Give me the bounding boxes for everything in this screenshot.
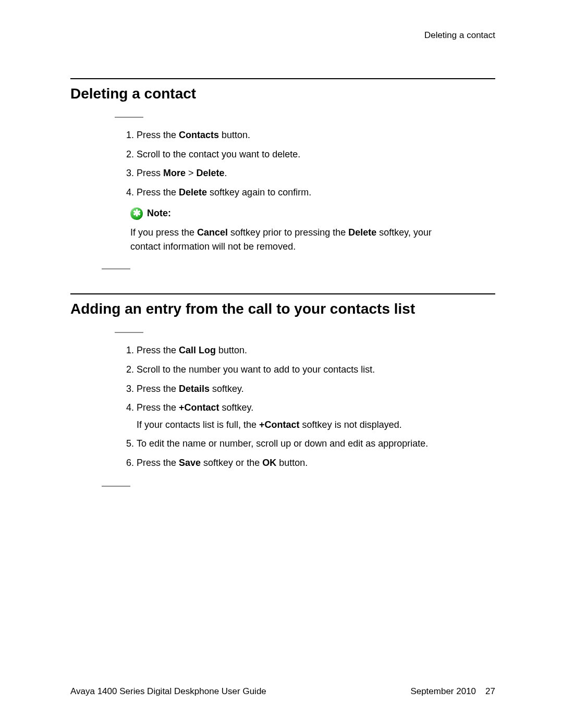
note-asterisk-icon: ✱	[130, 207, 143, 220]
step-item: Press the Call Log button.	[137, 342, 495, 359]
step-bold: Contacts	[179, 130, 219, 140]
note-label: Note:	[147, 206, 171, 220]
step-text: To edit the name or number, scroll up or…	[137, 438, 428, 449]
steps-start-rule	[115, 332, 143, 333]
steps-end-rule	[102, 268, 130, 269]
steps-start-rule-wrap	[70, 332, 495, 333]
step-item: Press the Contacts button.	[137, 127, 495, 143]
step-item: Press More > Delete.	[137, 165, 495, 181]
step-item: Press the Details softkey.	[137, 381, 495, 397]
steps-list-adding-entry: Press the Call Log button. Scroll to the…	[115, 342, 495, 471]
section-divider	[70, 78, 495, 79]
footer-date: September 2010	[410, 686, 476, 697]
steps-end-rule-wrap	[70, 268, 495, 269]
step-text: button.	[276, 458, 308, 468]
step-item: Press the +Contact softkey. If your cont…	[137, 400, 495, 433]
step-bold: Call Log	[179, 345, 216, 355]
step-bold: Save	[179, 458, 201, 468]
running-header: Deleting a contact	[424, 30, 495, 41]
note-bold: Delete	[348, 227, 376, 238]
step-text: button.	[216, 345, 247, 355]
step-text: Press the	[137, 384, 179, 394]
footer-doc-title: Avaya 1400 Series Digital Deskphone User…	[70, 686, 266, 697]
step-text: Press the	[137, 402, 179, 413]
step-text: >	[186, 168, 197, 178]
step-text: button.	[219, 130, 250, 140]
step-bold: +Contact	[259, 419, 300, 430]
steps-start-rule-wrap	[70, 117, 495, 118]
step-text: softkey again to confirm.	[207, 187, 311, 198]
note-bold: Cancel	[197, 227, 228, 238]
step-bold: +Contact	[179, 402, 219, 413]
step-text: softkey is not displayed.	[300, 419, 402, 430]
step-item: To edit the name or number, scroll up or…	[137, 436, 495, 452]
step-bold: OK	[262, 458, 276, 468]
step-bold: Delete	[179, 187, 207, 198]
step-bold: Details	[179, 384, 210, 394]
page-content: Deleting a contact Press the Contacts bu…	[70, 78, 495, 511]
note-block: ✱ Note: If you press the Cancel softkey …	[130, 206, 495, 254]
step-text: softkey.	[219, 402, 254, 413]
step-item: Scroll to the number you want to add to …	[137, 362, 495, 378]
step-item: Scroll to the contact you want to delete…	[137, 146, 495, 163]
note-header: ✱ Note:	[130, 206, 495, 220]
step-bold: More	[163, 168, 186, 178]
step-text: Scroll to the number you want to add to …	[137, 364, 375, 375]
step-text: softkey or the	[201, 458, 262, 468]
steps-end-rule	[102, 486, 130, 487]
step-text: Press	[137, 168, 163, 178]
step-text: If your contacts list is full, the	[137, 419, 259, 430]
step-text: Press the	[137, 130, 179, 140]
section-heading-deleting-contact: Deleting a contact	[70, 85, 495, 102]
page-footer: Avaya 1400 Series Digital Deskphone User…	[70, 686, 495, 697]
step-bold: Delete	[197, 168, 225, 178]
page: Deleting a contact Deleting a contact Pr…	[0, 0, 563, 728]
step-item: Press the Save softkey or the OK button.	[137, 455, 495, 471]
section-heading-adding-entry: Adding an entry from the call to your co…	[70, 301, 495, 317]
steps-start-rule	[115, 117, 143, 118]
section-divider	[70, 293, 495, 294]
steps-end-rule-wrap	[70, 486, 495, 487]
note-body: If you press the Cancel softkey prior to…	[130, 226, 464, 254]
footer-right: September 2010 27	[410, 686, 495, 697]
note-text: softkey prior to pressing the	[228, 227, 348, 238]
step-text: Press the	[137, 458, 179, 468]
step-text: softkey.	[210, 384, 244, 394]
step-text: Press the	[137, 187, 179, 198]
step-text: .	[225, 168, 227, 178]
step-text: Press the	[137, 345, 179, 355]
step-item: Press the Delete softkey again to confir…	[137, 184, 495, 201]
step-subtext: If your contacts list is full, the +Cont…	[137, 417, 495, 433]
footer-page-number: 27	[485, 686, 495, 697]
note-text: If you press the	[130, 227, 197, 238]
step-text: Scroll to the contact you want to delete…	[137, 149, 300, 159]
steps-list-deleting-contact: Press the Contacts button. Scroll to the…	[115, 127, 495, 200]
